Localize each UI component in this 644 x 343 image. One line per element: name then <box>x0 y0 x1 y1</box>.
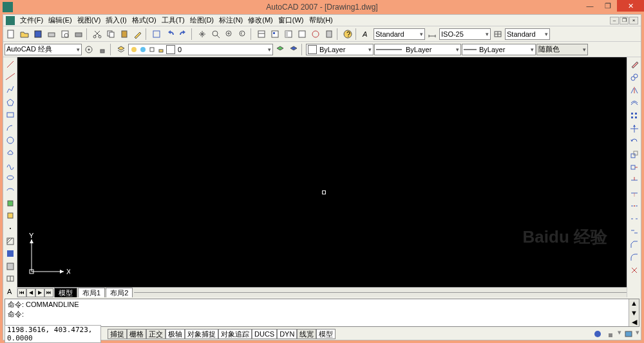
ducs-toggle[interactable]: DUCS <box>252 329 277 339</box>
dim-style-icon[interactable] <box>426 28 439 41</box>
command-scrollbar[interactable]: ▲▼◀ <box>629 299 639 326</box>
workspace-settings-icon[interactable] <box>82 43 95 56</box>
quickcalc-icon[interactable] <box>323 28 336 41</box>
xline-icon[interactable] <box>5 71 16 83</box>
layer-properties-icon[interactable] <box>115 43 128 56</box>
text-style-icon[interactable]: A <box>360 28 373 41</box>
linetype-combo[interactable]: ByLayer <box>374 44 461 55</box>
block-editor-icon[interactable] <box>150 28 163 41</box>
copy-icon[interactable] <box>104 28 117 41</box>
rectangle-icon[interactable] <box>5 109 16 121</box>
ortho-toggle[interactable]: 正交 <box>146 329 166 339</box>
undo-icon[interactable] <box>164 28 176 41</box>
make-block-icon[interactable] <box>5 210 16 222</box>
doc-minimize-button[interactable]: – <box>610 17 619 24</box>
drawing-area[interactable]: X Y Baidu 经验 ⏮ ◀ ▶ ⏭ 模型 布局1 布局2 <box>17 57 627 297</box>
redo-icon[interactable] <box>177 28 190 41</box>
table-style-icon[interactable] <box>491 28 504 41</box>
break-at-point-icon[interactable] <box>629 200 640 212</box>
open-icon[interactable] <box>18 28 31 41</box>
coordinates-display[interactable]: 1198.3616, 403.4723, 0.0000 <box>5 325 101 343</box>
lwt-toggle[interactable]: 线宽 <box>297 329 316 339</box>
text-style-combo[interactable]: Standard <box>374 28 425 40</box>
design-center-icon[interactable] <box>269 28 281 41</box>
osnap-toggle[interactable]: 对象捕捉 <box>185 329 218 339</box>
region-icon[interactable] <box>5 261 16 272</box>
extend-icon[interactable] <box>629 187 640 199</box>
snap-toggle[interactable]: 捕捉 <box>108 329 127 339</box>
chamfer-icon[interactable] <box>629 239 640 250</box>
ellipse-arc-icon[interactable] <box>5 185 16 196</box>
stretch-icon[interactable] <box>629 162 640 173</box>
menu-view[interactable]: 视图(V) <box>75 15 104 25</box>
help-icon[interactable]: ? <box>341 28 354 41</box>
tab-last-button[interactable]: ⏭ <box>44 288 53 297</box>
trim-icon[interactable] <box>629 174 640 186</box>
color-combo[interactable]: ByLayer <box>306 44 374 55</box>
doc-restore-button[interactable]: ❐ <box>620 17 629 24</box>
paste-icon[interactable] <box>118 28 131 41</box>
dyn-toggle[interactable]: DYN <box>277 329 297 339</box>
erase-icon[interactable] <box>629 59 640 70</box>
zoom-previous-icon[interactable] <box>236 28 249 41</box>
revcloud-icon[interactable] <box>5 147 16 158</box>
move-icon[interactable] <box>629 123 640 134</box>
line-icon[interactable] <box>5 59 16 70</box>
plot-icon[interactable] <box>45 28 58 41</box>
tab-model[interactable]: 模型 <box>54 288 77 298</box>
workspace-combo[interactable]: AutoCAD 经典 <box>5 44 82 55</box>
plotstyle-combo[interactable]: 随颜色 <box>536 44 588 55</box>
menu-help[interactable]: 帮助(H) <box>307 15 336 25</box>
layer-combo[interactable]: 0 <box>128 44 273 55</box>
tool-palettes-icon[interactable] <box>282 28 295 41</box>
table-icon[interactable] <box>5 273 16 285</box>
plot-preview-icon[interactable] <box>59 28 71 41</box>
layer-states-icon[interactable] <box>274 43 287 56</box>
spline-icon[interactable] <box>5 160 16 171</box>
menu-edit[interactable]: 编辑(E) <box>46 15 75 25</box>
workspace-lock-icon[interactable] <box>96 43 109 56</box>
tab-first-button[interactable]: ⏮ <box>17 288 26 297</box>
publish-icon[interactable] <box>72 28 85 41</box>
cut-icon[interactable] <box>91 28 104 41</box>
lock-ui-icon[interactable] <box>605 328 616 340</box>
hatch-icon[interactable] <box>5 236 16 247</box>
lineweight-combo[interactable]: ByLayer <box>462 44 536 55</box>
comm-center-icon[interactable] <box>592 328 603 340</box>
close-button[interactable]: ✕ <box>617 0 644 12</box>
menu-window[interactable]: 窗口(W) <box>276 15 307 25</box>
tab-layout2[interactable]: 布局2 <box>106 288 133 298</box>
insert-block-icon[interactable] <box>5 198 16 209</box>
arc-icon[interactable] <box>5 122 16 133</box>
markup-icon[interactable] <box>309 28 322 41</box>
explode-icon[interactable] <box>629 264 640 276</box>
join-icon[interactable] <box>629 226 640 237</box>
rotate-icon[interactable] <box>629 136 640 147</box>
new-icon[interactable] <box>5 28 17 41</box>
table-style-combo[interactable]: Standard <box>505 28 550 40</box>
doc-close-button[interactable]: × <box>629 17 638 24</box>
gradient-icon[interactable] <box>5 248 16 259</box>
menu-modify[interactable]: 修改(M) <box>245 15 276 25</box>
polar-toggle[interactable]: 极轴 <box>166 329 185 339</box>
save-icon[interactable] <box>32 28 44 41</box>
tab-next-button[interactable]: ▶ <box>35 288 44 297</box>
dim-style-combo[interactable]: ISO-25 <box>439 28 491 40</box>
maximize-button[interactable]: ❐ <box>599 0 617 12</box>
polyline-icon[interactable] <box>5 84 16 95</box>
ellipse-icon[interactable] <box>5 172 16 184</box>
model-toggle[interactable]: 模型 <box>316 329 336 339</box>
menu-format[interactable]: 格式(O) <box>129 15 159 25</box>
layer-previous-icon[interactable] <box>287 43 300 56</box>
zoom-window-icon[interactable] <box>223 28 236 41</box>
array-icon[interactable] <box>629 110 640 122</box>
sheet-set-icon[interactable] <box>296 28 308 41</box>
grid-toggle[interactable]: 栅格 <box>127 329 146 339</box>
clean-screen-icon[interactable] <box>623 328 634 340</box>
pan-icon[interactable] <box>196 28 209 41</box>
tab-layout1[interactable]: 布局1 <box>78 288 105 298</box>
menu-tools[interactable]: 工具(T) <box>159 15 187 25</box>
mirror-icon[interactable] <box>629 84 640 96</box>
otrack-toggle[interactable]: 对象追踪 <box>218 329 252 339</box>
menu-insert[interactable]: 插入(I) <box>103 15 129 25</box>
